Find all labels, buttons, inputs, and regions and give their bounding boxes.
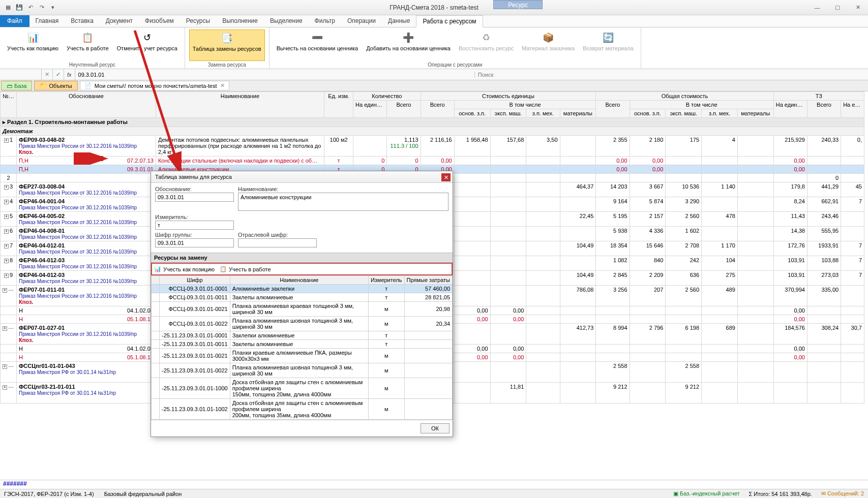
- restore-resource-button[interactable]: ♻Восстановить ресурс: [456, 29, 517, 61]
- replacement-row[interactable]: ФССЦ-09.3.01.01-0021Планка алюминиевая к…: [152, 302, 453, 317]
- replacement-row[interactable]: -25.11.23.09.3.01.01-1002Доска отбойная …: [152, 399, 453, 420]
- close-button[interactable]: ✕: [848, 0, 868, 15]
- replacement-row[interactable]: ФССЦ-09.3.01.01-0022Планка алюминиевая ш…: [152, 317, 453, 331]
- tab-phys[interactable]: Физобъем: [139, 15, 180, 27]
- subsection-row[interactable]: Демонтаж: [1, 127, 864, 136]
- status-calc[interactable]: ▣ Баз.-индексный расчет: [673, 490, 740, 497]
- pos-icon: 📊: [154, 266, 161, 272]
- ok-button[interactable]: ОК: [421, 423, 450, 433]
- replacement-table: Шифр Наименование Измеритель Прямые затр…: [151, 275, 453, 420]
- dialog-close-button[interactable]: ✕: [441, 173, 451, 181]
- add-by-pricelist-button[interactable]: ➕Добавить на основании ценника: [363, 29, 454, 61]
- hdr-tz[interactable]: ТЗ: [773, 92, 864, 101]
- table-row[interactable]: +1ФЕР09-03-048-02Приказ Минстроя России …: [1, 136, 864, 157]
- name-box[interactable]: [0, 69, 42, 80]
- status-catalog: ГЭСН-2017, ФЕР-2017 (с Изм. 1-4): [4, 491, 94, 497]
- col-naim[interactable]: Наименование: [230, 276, 368, 285]
- naim-textarea[interactable]: [238, 193, 448, 211]
- group-label-replace: Замена ресурса: [208, 61, 246, 68]
- section-row[interactable]: ▸ Раздел 1. Строительно-монтажные работы: [1, 118, 864, 127]
- resource-replace-table-button[interactable]: 📑Таблица замены ресурсов: [189, 29, 265, 61]
- return-material-button[interactable]: 🔄Возврат материала: [580, 29, 637, 61]
- return-icon: 🔄: [602, 32, 614, 44]
- ribbon: 📊Учесть как позицию 📋Учесть в работе ↺От…: [0, 27, 868, 69]
- quick-access-toolbar: ▦ 💾 ↶ ↷ ▾: [0, 4, 57, 12]
- cancel-formula-icon[interactable]: ✕: [42, 69, 53, 80]
- search-input[interactable]: [475, 72, 551, 78]
- account-position-button[interactable]: 📊Учесть как позицию: [154, 266, 215, 272]
- shifr-input[interactable]: [155, 238, 234, 247]
- tab-data[interactable]: Данные: [382, 15, 416, 27]
- customer-material-button[interactable]: 📦Материал заказчика: [519, 29, 578, 61]
- izm-input[interactable]: [155, 221, 234, 230]
- subtract-by-pricelist-button[interactable]: ➖Вычесть на основании ценника: [274, 29, 362, 61]
- nav-tabs: 🗃База 📁Объекты 📄Мои сметы\! потом можно …: [0, 80, 868, 91]
- formula-input[interactable]: [75, 69, 474, 80]
- table-icon: 📑: [221, 32, 233, 44]
- base-button[interactable]: 🗃База: [1, 81, 32, 90]
- undo-icon[interactable]: ↶: [26, 4, 35, 12]
- shifr-label: Шифр группы:: [155, 232, 234, 238]
- qat-icon[interactable]: ▦: [4, 4, 12, 12]
- save-icon[interactable]: 💾: [15, 4, 23, 12]
- close-tab-icon[interactable]: ✕: [220, 82, 225, 89]
- plus-icon: ➕: [402, 32, 414, 44]
- account-work-button[interactable]: 📋Учесть в работе: [220, 266, 271, 272]
- hdr-naim[interactable]: Наименование: [156, 92, 324, 118]
- doc-icon: 📄: [84, 82, 92, 89]
- hdr-qty[interactable]: Количество: [353, 92, 421, 101]
- hdr-total[interactable]: Общая стоимость: [596, 92, 773, 101]
- tab-main[interactable]: Главная: [29, 15, 65, 27]
- obosn-label: Обоснование:: [155, 186, 234, 192]
- minimize-button[interactable]: —: [807, 0, 827, 15]
- dropdown-icon[interactable]: ▾: [49, 4, 57, 12]
- group-label-ops: Операции с ресурсами: [428, 61, 482, 68]
- tab-ops[interactable]: Операции: [341, 15, 382, 27]
- obosn-input[interactable]: [155, 193, 234, 202]
- hdr-np[interactable]: № п.п: [1, 92, 17, 118]
- work-icon: 📋: [81, 32, 94, 44]
- hdr-ed[interactable]: Ед. изм.: [324, 92, 353, 118]
- objects-button[interactable]: 📁Объекты: [34, 81, 77, 90]
- document-tab[interactable]: 📄Мои сметы\! потом можно почистить\smeta…: [80, 81, 229, 90]
- folder-icon: 📁: [40, 82, 47, 89]
- file-tab[interactable]: Файл: [0, 15, 29, 27]
- redo-icon[interactable]: ↷: [38, 4, 46, 12]
- tab-document[interactable]: Документ: [100, 15, 139, 27]
- replacement-row[interactable]: ФССЦ-09.3.01.01-0011Заклепы алюминиевыет…: [152, 293, 453, 302]
- status-messages[interactable]: ✉ Сообщений: 2: [821, 490, 864, 497]
- maximize-button[interactable]: ▢: [827, 0, 848, 15]
- hdr-stoim[interactable]: Стоимость единицы: [421, 92, 596, 101]
- position-icon: 📊: [27, 32, 39, 44]
- replace-resource-dialog: Таблица замены для ресурса ✕ Обоснование…: [151, 171, 453, 437]
- replacement-row[interactable]: -25.11.23.09.3.01.01-0022Планка алюминие…: [152, 363, 453, 378]
- replacement-row[interactable]: -25.11.23.09.3.01.01-0021Планки краевые …: [152, 349, 453, 363]
- col-shifr[interactable]: Шифр: [160, 276, 230, 285]
- account-as-position-button[interactable]: 📊Учесть как позицию: [4, 29, 62, 61]
- replacement-row[interactable]: -25.11.23.09.3.01.01-1000Доска отбойная …: [152, 378, 453, 399]
- status-sum: Σ Итого: 54 161 393,48р.: [749, 491, 812, 497]
- tab-insert[interactable]: Вставка: [65, 15, 100, 27]
- replacement-row[interactable]: -25.11.23.09.3.01.01-0011Заклепы алюмини…: [152, 340, 453, 349]
- otr-input[interactable]: [238, 238, 317, 247]
- replacement-row[interactable]: ФССЦ-09.3.01.01-0001Алюминиевые заклепки…: [152, 285, 453, 293]
- resource-row[interactable]: П,Н07.2.07.13Конструкции стальные (включ…: [1, 157, 864, 165]
- col-pz[interactable]: Прямые затраты: [404, 276, 452, 285]
- tab-filter[interactable]: Фильтр: [309, 15, 341, 27]
- fx-icon[interactable]: fx: [64, 69, 75, 80]
- account-in-work-button[interactable]: 📋Учесть в работе: [64, 29, 112, 61]
- col-izm[interactable]: Измеритель: [368, 276, 404, 285]
- replacement-row[interactable]: -25.11.23.09.3.01.01-0001Заклепки алюмин…: [152, 331, 453, 340]
- dialog-title: Таблица замены для ресурса ✕: [151, 171, 453, 183]
- cancel-account-button[interactable]: ↺Отменить учет ресурса: [114, 29, 181, 61]
- tab-resources[interactable]: Ресурсы: [180, 15, 216, 27]
- dialog-toolbar: 📊Учесть как позицию 📋Учесть в работе: [151, 263, 453, 275]
- status-region: Базовый федеральный район: [104, 491, 182, 497]
- cancel-icon: ↺: [141, 32, 153, 44]
- tab-exec[interactable]: Выполнение: [216, 15, 264, 27]
- accept-formula-icon[interactable]: ✓: [53, 69, 64, 80]
- tab-resource-work[interactable]: Работа с ресурсом: [416, 15, 483, 27]
- tab-select[interactable]: Выделение: [264, 15, 309, 27]
- hdr-obosn[interactable]: Обоснование: [16, 92, 156, 118]
- minus-icon: ➖: [311, 32, 323, 44]
